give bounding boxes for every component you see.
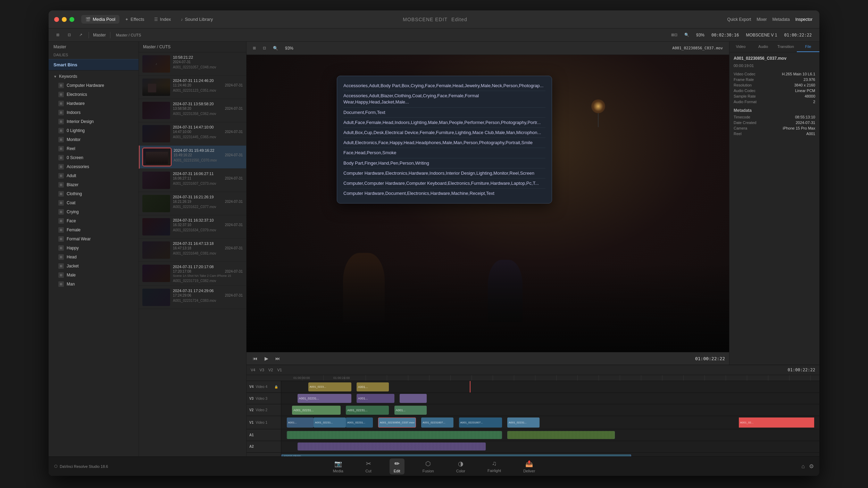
keyword-item-computer-hardware[interactable]: ⊞ Computer Hardware	[49, 81, 139, 90]
play-btn[interactable]: ▶	[262, 355, 270, 362]
v3-clip-3[interactable]	[400, 394, 427, 403]
metadata-button[interactable]: Metadata	[773, 17, 790, 22]
keyword-item-male[interactable]: ⊞ Male	[49, 271, 139, 280]
keyword-item-happy[interactable]: ⊞ Happy	[49, 243, 139, 253]
tab-video[interactable]: Video	[729, 42, 752, 52]
keyword-item-screen[interactable]: ⊞ 0 Screen	[49, 153, 139, 162]
clip-item-11[interactable]: 2024-07-31 17:24:29:06 17:24:29:06 2024-…	[139, 286, 246, 309]
preview-btn-zoom[interactable]: 🔍	[271, 45, 280, 52]
keyword-item-indoors[interactable]: ⊞ Indoors	[49, 108, 139, 117]
appbar-deliver[interactable]: 📤 Deliver	[519, 458, 539, 474]
keyword-item-adult[interactable]: ⊞ Adult	[49, 171, 139, 180]
tab-audio[interactable]: Audio	[752, 42, 775, 52]
clip-item-4[interactable]: 2024-07-31 14:47:10:00 14:47:10:00 2024-…	[139, 122, 246, 146]
v1-clip-2[interactable]: A001_02231...	[314, 417, 346, 428]
keyword-item-female[interactable]: ⊞ Female	[49, 225, 139, 234]
v4-clip-1[interactable]: A001_0223...	[308, 382, 351, 391]
appbar-fairlight[interactable]: ♫ Fairlight	[483, 458, 505, 474]
clip-item-10[interactable]: 2024-07-31 17:20:17:08 17:20:17:08 2024-…	[139, 262, 246, 286]
tab-index[interactable]: ☰ Index	[150, 15, 175, 24]
keyword-item-reel[interactable]: ⊞ Reel	[49, 144, 139, 153]
minimize-button[interactable]	[62, 17, 67, 22]
clip-item-3[interactable]: 2024-07-31 13:58:58:20 13:58:58:20 2024-…	[139, 99, 246, 122]
appbar-edit[interactable]: ✏ Edit	[390, 458, 404, 474]
tab-sound-library[interactable]: ♪ Sound Library	[176, 15, 217, 24]
keyword-item-man[interactable]: ⊞ Man	[49, 280, 139, 289]
v1-clip-7[interactable]: A001_02231...	[507, 417, 540, 428]
keyword-item-interior-design[interactable]: ⊞ Interior Design	[49, 117, 139, 126]
maximize-button[interactable]	[69, 17, 74, 22]
appbar-fusion[interactable]: ⬡ Fusion	[418, 458, 438, 474]
project-btn[interactable]: MOBSCENE V 1	[744, 32, 779, 39]
keyword-item-coat[interactable]: ⊞ Coat	[49, 198, 139, 207]
keyword-item-monitor[interactable]: ⊞ Monitor	[49, 135, 139, 144]
keyword-item-lighting[interactable]: ⊞ 0 Lighting	[49, 126, 139, 135]
keyword-item-electronics[interactable]: ⊞ Electronics	[49, 90, 139, 99]
appbar-color[interactable]: ◑ Color	[452, 458, 469, 474]
keyword-item-formal-wear[interactable]: ⊞ Formal Wear	[49, 234, 139, 243]
v2-clip-3[interactable]: A001...	[394, 406, 427, 415]
v3-clip-2[interactable]: A001...	[357, 394, 394, 403]
prev-frame-btn[interactable]: ⏮	[251, 355, 260, 362]
settings-btn[interactable]: ⚙	[809, 463, 814, 470]
keywords-header[interactable]: ▼ Keywords	[49, 72, 139, 81]
clip-item-8[interactable]: 2024-07-31 16:32:37:10 16:32:37:10 2024-…	[139, 215, 246, 239]
tab-file[interactable]: File	[797, 42, 819, 52]
clip-item-1[interactable]: ♪ 10:58:21:22 2024-07-31 A001_02231057_C…	[139, 52, 246, 76]
v2-clip-1[interactable]: A001_02231...	[292, 406, 341, 415]
v3-clip-1[interactable]: A001_02231...	[298, 394, 351, 403]
clip-item-2[interactable]: 2024-07-31 11:24:46:20 11:24:46:20 2024-…	[139, 76, 246, 99]
next-frame-btn[interactable]: ⏭	[273, 355, 282, 362]
quick-export-button[interactable]: Quick Export	[727, 17, 751, 22]
timeline-playhead[interactable]	[470, 381, 470, 392]
v1-clip-4[interactable]: A001_02230856_C037.mov	[378, 417, 416, 428]
clip-item-5[interactable]: 2024-07-31 15:49:16:22 15:49:16:22 2024-…	[139, 146, 246, 169]
track-label-a2: A2	[247, 441, 281, 452]
track-content-v3[interactable]: A001_02231... A001...	[281, 393, 819, 404]
timeline-ruler[interactable]: 01:00:00:00 01:00:24:00	[247, 375, 819, 381]
keyword-item-head[interactable]: ⊞ Head	[49, 253, 139, 262]
track-content-v4[interactable]: A001_0223... A001...	[281, 381, 819, 392]
keyword-item-accessories[interactable]: ⊞ Accessories	[49, 162, 139, 171]
a2-clip-1[interactable]	[298, 442, 486, 450]
keyword-item-crying[interactable]: ⊞ Crying	[49, 207, 139, 216]
tab-transition[interactable]: Transition	[775, 42, 797, 52]
a1-clip-2[interactable]	[507, 431, 615, 439]
v2-clip-2[interactable]: A001_02231...	[346, 406, 389, 415]
tab-media-pool[interactable]: 🎬 Media Pool	[81, 15, 119, 24]
close-button[interactable]	[54, 17, 59, 22]
v1-clip-1[interactable]: A001...	[287, 417, 314, 428]
v1-clip-last[interactable]: A001_02...	[739, 417, 814, 428]
track-content-a1[interactable]	[281, 429, 819, 440]
preview-btn-1[interactable]: ⊞	[251, 45, 258, 51]
keyword-item-face[interactable]: ⊞ Face	[49, 216, 139, 225]
clip-item-7[interactable]: 2024-07-31 16:21:26:19 16:21:26:19 2024-…	[139, 192, 246, 215]
keyword-item-clothing[interactable]: ⊞ Clothing	[49, 189, 139, 198]
track-content-a2[interactable]	[281, 441, 819, 452]
appbar-media[interactable]: 📷 Media	[329, 458, 348, 474]
v1-clip-6[interactable]: A001_02231607...	[459, 417, 502, 428]
search-btn[interactable]: 🔍	[682, 32, 691, 38]
appbar-cut[interactable]: ✂ Cut	[361, 458, 376, 474]
track-content-v1[interactable]: A001... A001_02231... A001_02231... A001…	[281, 416, 819, 429]
tab-effects[interactable]: ✦ Effects	[121, 15, 149, 24]
toolbar-icon-2[interactable]: ⊡	[66, 32, 73, 38]
keyword-item-jacket[interactable]: ⊞ Jacket	[49, 262, 139, 271]
preview-btn-2[interactable]: ⊡	[261, 45, 268, 51]
clip-item-6[interactable]: 2024-07-31 16:06:27:11 16:06:27:11 2024-…	[139, 169, 246, 192]
track-lock-v4[interactable]: 🔒	[274, 385, 278, 389]
clip-item-9[interactable]: 2024-07-31 16:47:13:18 16:47:13:18 2024-…	[139, 239, 246, 262]
keyword-item-hardware[interactable]: ⊞ Hardware	[49, 99, 139, 108]
view-icons[interactable]: ⊞⊡	[669, 32, 679, 38]
v4-clip-2[interactable]: A001...	[357, 382, 389, 391]
toolbar-icon-3[interactable]: ↗	[77, 32, 84, 38]
keyword-item-blazer[interactable]: ⊞ Blazer	[49, 180, 139, 189]
toolbar-icon-1[interactable]: ⊞	[54, 32, 61, 38]
inspector-button[interactable]: Inspector	[795, 17, 812, 22]
home-btn[interactable]: ⌂	[801, 463, 805, 470]
v1-clip-3[interactable]: A001_02231...	[346, 417, 373, 428]
a1-clip-1[interactable]	[287, 431, 502, 439]
track-content-v2[interactable]: A001_02231... A001_02231... A001...	[281, 404, 819, 415]
mixer-button[interactable]: Mixer	[757, 17, 767, 22]
v1-clip-5[interactable]: A001_02231607...	[421, 417, 453, 428]
